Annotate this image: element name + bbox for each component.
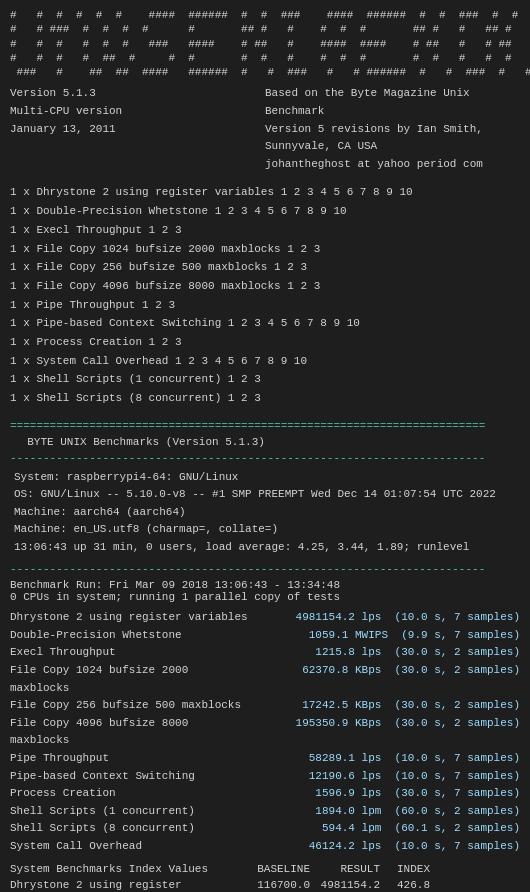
result-value: 594.4 lpm (60.1 s, 2 samples): [250, 820, 520, 838]
result-name: Double-Precision Whetstone: [10, 627, 250, 645]
result-row: Dhrystone 2 using register variables4981…: [10, 609, 520, 627]
result-row: Shell Scripts (8 concurrent)594.4 lpm (6…: [10, 820, 520, 838]
result-row: Pipe Throughput58289.1 lps (10.0 s, 7 sa…: [10, 750, 520, 768]
system-info-row: Machine: en_US.utf8 (charmap=, collate=): [14, 521, 520, 539]
results-section: Dhrystone 2 using register variables4981…: [10, 609, 520, 855]
test-item: 1 x Execl Throughput 1 2 3: [10, 221, 520, 240]
idx-col-index: INDEX: [380, 863, 430, 875]
bench-header: BYTE UNIX Benchmarks (Version 5.1.3): [10, 436, 520, 448]
system-info-row: 13:06:43 up 31 min, 0 users, load averag…: [14, 539, 520, 557]
result-name: Pipe-based Context Switching: [10, 768, 250, 786]
result-value: 195350.9 KBps (30.0 s, 2 samples): [250, 715, 520, 750]
ascii-banner: # # # # # # #### ###### # # ### #### ###…: [10, 8, 520, 79]
result-name: File Copy 4096 bufsize 8000 maxblocks: [10, 715, 250, 750]
bench-run-row: Benchmark Run: Fri Mar 09 2018 13:06:43 …: [10, 579, 520, 591]
result-row: Double-Precision Whetstone1059.1 MWIPS (…: [10, 627, 520, 645]
idx-row-baseline: 116700.0: [240, 877, 310, 892]
basedon-row: Based on the Byte Magazine Unix Benchmar…: [265, 85, 520, 120]
index-header: System Benchmarks Index Values BASELINE …: [10, 863, 520, 875]
test-item: 1 x System Call Overhead 1 2 3 4 5 6 7 8…: [10, 352, 520, 371]
version-row: Version 5.1.3: [10, 85, 265, 103]
separator-double-1: ========================================…: [10, 418, 520, 435]
system-info-row: Machine: aarch64 (aarch64): [14, 504, 520, 522]
result-row: System Call Overhead46124.2 lps (10.0 s,…: [10, 838, 520, 856]
result-name: File Copy 256 bufsize 500 maxblocks: [10, 697, 250, 715]
test-item: 1 x File Copy 4096 bufsize 8000 maxblock…: [10, 277, 520, 296]
system-info: System: raspberrypi4-64: GNU/LinuxOS: GN…: [10, 469, 520, 557]
separator-single-1: ----------------------------------------…: [10, 450, 520, 467]
result-value: 1215.8 lps (30.0 s, 2 samples): [250, 644, 520, 662]
index-row: Dhrystone 2 using register variables1167…: [10, 877, 520, 892]
result-value: 1596.9 lps (30.0 s, 7 samples): [250, 785, 520, 803]
result-value: 1059.1 MWIPS (9.9 s, 7 samples): [250, 627, 520, 645]
idx-col-name: System Benchmarks Index Values: [10, 863, 240, 875]
result-name: Pipe Throughput: [10, 750, 250, 768]
idx-row-index: 426.8: [380, 877, 430, 892]
info-right: Based on the Byte Magazine Unix Benchmar…: [265, 85, 520, 173]
result-name: System Call Overhead: [10, 838, 250, 856]
result-row: Process Creation1596.9 lps (30.0 s, 7 sa…: [10, 785, 520, 803]
bench-run: Benchmark Run: Fri Mar 09 2018 13:06:43 …: [10, 579, 520, 603]
result-row: File Copy 4096 bufsize 8000 maxblocks195…: [10, 715, 520, 750]
result-value: 1894.0 lpm (60.0 s, 2 samples): [250, 803, 520, 821]
system-info-row: OS: GNU/Linux -- 5.10.0-v8 -- #1 SMP PRE…: [14, 486, 520, 504]
revisions-row: Version 5 revisions by Ian Smith,: [265, 121, 520, 139]
multicpu-row: Multi-CPU version: [10, 103, 265, 121]
result-name: Dhrystone 2 using register variables: [10, 609, 250, 627]
result-value: 4981154.2 lps (10.0 s, 7 samples): [250, 609, 520, 627]
test-item: 1 x Double-Precision Whetstone 1 2 3 4 5…: [10, 202, 520, 221]
result-row: Shell Scripts (1 concurrent)1894.0 lpm (…: [10, 803, 520, 821]
result-row: Execl Throughput1215.8 lps (30.0 s, 2 sa…: [10, 644, 520, 662]
idx-row-result: 4981154.2: [310, 877, 380, 892]
test-item: 1 x Process Creation 1 2 3: [10, 333, 520, 352]
result-row: File Copy 1024 bufsize 2000 maxblocks623…: [10, 662, 520, 697]
test-item: 1 x Shell Scripts (8 concurrent) 1 2 3: [10, 389, 520, 408]
info-table: Version 5.1.3 Multi-CPU version January …: [10, 85, 520, 173]
result-name: Shell Scripts (1 concurrent): [10, 803, 250, 821]
result-row: File Copy 256 bufsize 500 maxblocks17242…: [10, 697, 520, 715]
test-item: 1 x Pipe Throughput 1 2 3: [10, 296, 520, 315]
result-name: Process Creation: [10, 785, 250, 803]
result-value: 62370.8 KBps (30.0 s, 2 samples): [250, 662, 520, 697]
result-value: 46124.2 lps (10.0 s, 7 samples): [250, 838, 520, 856]
contact-row: johantheghost at yahoo period com: [265, 156, 520, 174]
result-name: Execl Throughput: [10, 644, 250, 662]
test-item: 1 x Dhrystone 2 using register variables…: [10, 183, 520, 202]
result-value: 12190.6 lps (10.0 s, 7 samples): [250, 768, 520, 786]
location-row: Sunnyvale, CA USA: [265, 138, 520, 156]
test-list: 1 x Dhrystone 2 using register variables…: [10, 183, 520, 407]
idx-col-result: RESULT: [310, 863, 380, 875]
result-row: Pipe-based Context Switching12190.6 lps …: [10, 768, 520, 786]
test-item: 1 x File Copy 1024 bufsize 2000 maxblock…: [10, 240, 520, 259]
test-item: 1 x Shell Scripts (1 concurrent) 1 2 3: [10, 370, 520, 389]
result-value: 17242.5 KBps (30.0 s, 2 samples): [250, 697, 520, 715]
bench-run-row: 0 CPUs in system; running 1 parallel cop…: [10, 591, 520, 603]
index-table: System Benchmarks Index Values BASELINE …: [10, 863, 520, 892]
idx-row-name: Dhrystone 2 using register variables: [10, 877, 240, 892]
result-name: File Copy 1024 bufsize 2000 maxblocks: [10, 662, 250, 697]
main-container: # # # # # # #### ###### # # ### #### ###…: [0, 0, 530, 892]
test-item: 1 x File Copy 256 bufsize 500 maxblocks …: [10, 258, 520, 277]
date-row: January 13, 2011: [10, 121, 265, 139]
separator-single-2: ----------------------------------------…: [10, 561, 520, 578]
result-value: 58289.1 lps (10.0 s, 7 samples): [250, 750, 520, 768]
idx-col-baseline: BASELINE: [240, 863, 310, 875]
system-info-row: System: raspberrypi4-64: GNU/Linux: [14, 469, 520, 487]
test-item: 1 x Pipe-based Context Switching 1 2 3 4…: [10, 314, 520, 333]
result-name: Shell Scripts (8 concurrent): [10, 820, 250, 838]
info-left: Version 5.1.3 Multi-CPU version January …: [10, 85, 265, 173]
